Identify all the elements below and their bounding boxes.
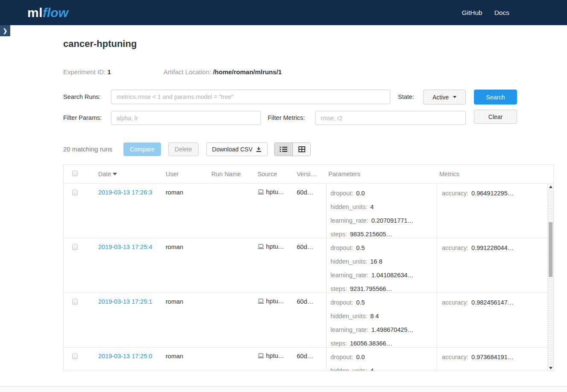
- laptop-icon: [257, 244, 264, 250]
- table-vertical-scrollbar[interactable]: [547, 184, 553, 371]
- compare-button[interactable]: Compare: [123, 142, 161, 156]
- page-footer: [0, 386, 567, 392]
- laptop-icon: [257, 299, 264, 304]
- runs-table-header: Date User Run Name Source Versi… Paramet…: [64, 165, 553, 184]
- scroll-down-arrow-icon[interactable]: [548, 365, 553, 371]
- run-source-label: hptu…: [266, 298, 284, 305]
- grid-view-button[interactable]: [292, 143, 310, 156]
- run-params-cell: dropout:0.5hidden_units:16 8learning_rat…: [326, 238, 437, 293]
- row-checkbox[interactable]: [72, 244, 78, 250]
- clear-button-label: Clear: [488, 113, 503, 120]
- table-row: 2019-03-13 17:25:4 roman hptu… 60d… drop…: [64, 238, 553, 293]
- param-line: hidden_units:4: [330, 364, 437, 371]
- search-runs-label: Search Runs:: [63, 90, 101, 104]
- column-header-source: Source: [257, 165, 277, 183]
- column-header-metrics: Metrics: [439, 165, 459, 183]
- row-checkbox[interactable]: [72, 354, 78, 359]
- run-source: hptu…: [257, 352, 284, 359]
- delete-button[interactable]: Delete: [168, 142, 199, 156]
- param-line: learning_rate:1.041082634…: [330, 268, 437, 282]
- metric-line: accuracy:0.973684191…: [442, 350, 548, 364]
- filter-params-input[interactable]: [111, 111, 261, 125]
- artifact-location-value: /home/roman/mlruns/1: [213, 68, 282, 75]
- sort-descending-icon: [113, 173, 117, 175]
- param-line: learning_rate:0.207091771…: [330, 214, 437, 227]
- nav-link-docs[interactable]: Docs: [494, 9, 509, 17]
- column-header-parameters: Parameters: [328, 165, 360, 183]
- param-line: steps:9835.215605…: [330, 227, 437, 238]
- filter-params-label: Filter Params:: [63, 111, 102, 125]
- logo-ml-text: ml: [27, 6, 43, 20]
- run-version: 60d…: [297, 298, 313, 305]
- table-row: 2019-03-13 17:26:3 roman hptu… 60d… drop…: [64, 184, 553, 238]
- experiment-meta: Experiment ID: 1 Artifact Location: /hom…: [63, 68, 490, 75]
- search-runs-input[interactable]: [111, 90, 390, 104]
- run-source: hptu…: [257, 298, 284, 305]
- param-line: hidden_units:4: [330, 200, 437, 214]
- runs-table: Date User Run Name Source Versi… Paramet…: [63, 164, 554, 371]
- row-checkbox[interactable]: [72, 299, 78, 305]
- run-date-link[interactable]: 2019-03-13 17:26:3: [98, 189, 152, 196]
- scroll-up-arrow-icon[interactable]: [548, 184, 553, 189]
- logo-flow-text: flow: [43, 6, 68, 20]
- run-date-link[interactable]: 2019-03-13 17:25:4: [98, 244, 152, 250]
- experiment-id-label: Experiment ID:: [63, 68, 105, 75]
- param-line: dropout:0.0: [330, 186, 437, 200]
- top-navbar: mlflow GitHub Docs: [0, 0, 567, 25]
- run-metrics-cell: accuracy:0.991228044…: [437, 238, 548, 293]
- run-user: roman: [166, 298, 183, 305]
- nav-link-github[interactable]: GitHub: [462, 9, 482, 17]
- run-params-cell: dropout:0.5hidden_units:8 4learning_rate…: [326, 293, 437, 347]
- view-toggle-group: [274, 142, 311, 156]
- column-header-date[interactable]: Date: [98, 165, 117, 183]
- param-line: dropout:0.5: [330, 296, 437, 309]
- search-button[interactable]: Search: [474, 90, 517, 105]
- metric-line: accuracy:0.991228044…: [442, 241, 548, 255]
- run-date-link[interactable]: 2019-03-13 17:25:1: [98, 298, 152, 305]
- sidebar-expand-toggle[interactable]: ❯: [0, 25, 10, 36]
- run-version: 60d…: [297, 189, 313, 196]
- scrollbar-thumb[interactable]: [549, 222, 552, 277]
- mlflow-logo[interactable]: mlflow: [27, 6, 68, 19]
- navbar-links: GitHub Docs: [462, 9, 509, 17]
- run-source: hptu…: [257, 243, 284, 250]
- compare-button-label: Compare: [130, 146, 155, 153]
- param-line: steps:9231.795566…: [330, 282, 437, 293]
- table-body: 2019-03-13 17:26:3 roman hptu… 60d… drop…: [64, 184, 553, 371]
- param-line: hidden_units:16 8: [330, 255, 437, 268]
- chevron-right-icon: ❯: [3, 28, 8, 34]
- laptop-icon: [257, 189, 264, 195]
- select-all-checkbox[interactable]: [72, 171, 78, 176]
- run-source-label: hptu…: [266, 243, 284, 250]
- experiment-id-value: 1: [107, 68, 111, 75]
- download-csv-button[interactable]: Download CSV: [206, 142, 268, 156]
- param-line: steps:16056.38366…: [330, 337, 437, 347]
- column-header-run-name: Run Name: [211, 165, 241, 183]
- state-dropdown[interactable]: Active: [423, 90, 466, 105]
- run-metrics-cell: accuracy:0.973684191…: [437, 348, 548, 371]
- state-label: State:: [398, 90, 414, 104]
- run-params-cell: dropout:0.0hidden_units:4: [326, 348, 437, 371]
- list-view-icon: [280, 146, 287, 152]
- run-source: hptu…: [257, 189, 284, 195]
- run-version: 60d…: [297, 244, 313, 250]
- matching-runs-count: 20 matching runs: [63, 142, 112, 156]
- run-metrics-cell: accuracy:0.982456147…: [437, 293, 548, 347]
- filter-metrics-input[interactable]: [315, 111, 466, 125]
- clear-button[interactable]: Clear: [474, 110, 517, 124]
- search-button-label: Search: [486, 94, 505, 101]
- download-icon: [256, 146, 262, 152]
- list-view-button[interactable]: [275, 143, 292, 156]
- param-line: dropout:0.5: [330, 241, 437, 255]
- run-source-label: hptu…: [266, 352, 284, 359]
- filter-metrics-label: Filter Metrics:: [268, 111, 305, 125]
- column-header-version: Versi…: [297, 165, 317, 183]
- download-csv-label: Download CSV: [212, 146, 253, 153]
- run-date-link[interactable]: 2019-03-13 17:25:0: [98, 353, 152, 360]
- row-checkbox[interactable]: [72, 190, 78, 195]
- laptop-icon: [257, 353, 264, 359]
- param-line: hidden_units:8 4: [330, 309, 437, 323]
- table-row: 2019-03-13 17:25:1 roman hptu… 60d… drop…: [64, 293, 553, 348]
- param-line: dropout:0.0: [330, 350, 437, 364]
- artifact-location-label: Artifact Location:: [164, 68, 211, 75]
